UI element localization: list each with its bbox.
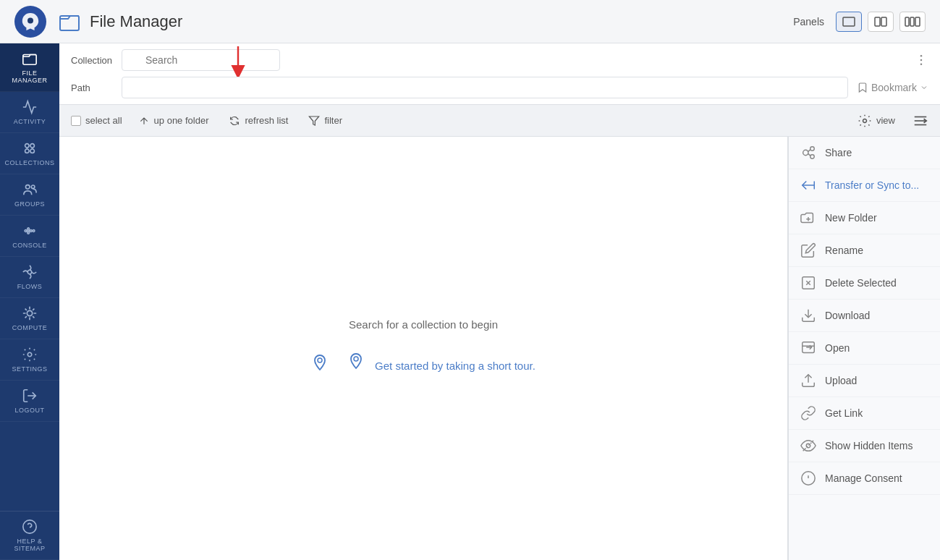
panel-menu-upload[interactable]: Upload bbox=[789, 365, 940, 397]
collection-bar: Collection Path bbox=[59, 43, 940, 105]
share-icon bbox=[800, 145, 816, 161]
svg-point-15 bbox=[25, 230, 27, 232]
single-panel-button[interactable] bbox=[836, 12, 862, 32]
triple-panel-button[interactable] bbox=[899, 12, 926, 32]
svg-rect-4 bbox=[881, 17, 886, 26]
tour-link[interactable]: Get started by taking a short tour. bbox=[375, 360, 535, 372]
show-hidden-icon bbox=[800, 438, 816, 454]
sidebar-label-logout: LOGOUT bbox=[14, 407, 44, 414]
svg-rect-3 bbox=[875, 17, 880, 26]
sidebar-label-help: HELP & SITEMAP bbox=[4, 538, 56, 552]
path-row: Path Bookmark bbox=[71, 77, 928, 98]
svg-point-21 bbox=[27, 270, 32, 274]
panels-label: Panels bbox=[793, 16, 824, 27]
filter-button[interactable]: filter bbox=[304, 112, 347, 130]
file-and-panel: Search for a collection to begin Get bbox=[59, 137, 940, 560]
sidebar-item-settings[interactable]: SETTINGS bbox=[0, 339, 59, 381]
rename-icon bbox=[800, 242, 816, 258]
download-icon bbox=[800, 307, 816, 323]
refresh-list-label: refresh list bbox=[245, 115, 288, 126]
content-area: Collection Path bbox=[59, 43, 940, 560]
svg-rect-6 bbox=[910, 17, 914, 26]
svg-point-10 bbox=[30, 144, 34, 148]
filter-label: filter bbox=[324, 115, 342, 126]
panel-menu-delete-selected[interactable]: Delete Selected bbox=[789, 267, 940, 300]
svg-point-13 bbox=[26, 185, 30, 190]
svg-point-12 bbox=[30, 149, 34, 153]
view-label: view bbox=[876, 115, 895, 126]
sidebar-item-file-manager[interactable]: FILE MANAGER bbox=[0, 43, 59, 92]
svg-rect-2 bbox=[843, 17, 855, 26]
svg-point-30 bbox=[920, 59, 923, 61]
svg-point-22 bbox=[27, 310, 32, 315]
rename-label: Rename bbox=[825, 245, 863, 256]
svg-point-9 bbox=[25, 144, 30, 148]
panel-menu-show-hidden[interactable]: Show Hidden Items bbox=[789, 430, 940, 462]
select-all-button[interactable]: select all bbox=[71, 115, 122, 126]
panel-menu-download[interactable]: Download bbox=[789, 300, 940, 332]
panel-menu-manage-consent[interactable]: Manage Consent bbox=[789, 462, 940, 495]
collection-label: Collection bbox=[71, 55, 122, 66]
svg-point-40 bbox=[803, 150, 808, 155]
panel-menu-new-folder[interactable]: New Folder bbox=[789, 202, 940, 234]
panel-menu-transfer-sync[interactable]: Transfer or Sync to... bbox=[789, 169, 940, 202]
sidebar-item-activity[interactable]: ACTIVITY bbox=[0, 92, 59, 133]
open-icon bbox=[800, 340, 816, 356]
sidebar-item-groups[interactable]: GROUPS bbox=[0, 174, 59, 216]
svg-rect-5 bbox=[905, 17, 909, 26]
sidebar-item-help[interactable]: HELP & SITEMAP bbox=[0, 511, 59, 560]
panel-menu-get-link[interactable]: Get Link bbox=[789, 397, 940, 430]
collection-search-input[interactable] bbox=[122, 49, 280, 71]
refresh-list-button[interactable]: refresh list bbox=[224, 112, 292, 130]
sidebar-item-logout[interactable]: LOGOUT bbox=[0, 381, 59, 422]
svg-point-31 bbox=[920, 64, 923, 66]
more-options-button[interactable] bbox=[914, 53, 928, 67]
sidebar-label-collections: COLLECTIONS bbox=[4, 159, 54, 166]
svg-point-25 bbox=[23, 520, 36, 533]
panels-section: Panels bbox=[793, 12, 926, 32]
sidebar-item-flows[interactable]: FLOWS bbox=[0, 257, 59, 298]
search-wrapper bbox=[122, 49, 905, 71]
collapse-panel-button[interactable] bbox=[913, 113, 928, 129]
manage-consent-icon bbox=[800, 470, 816, 486]
logo[interactable] bbox=[14, 6, 46, 38]
bookmark-label: Bookmark bbox=[871, 82, 917, 93]
svg-point-11 bbox=[25, 149, 30, 153]
delete-icon bbox=[800, 275, 816, 291]
sidebar-item-collections[interactable]: COLLECTIONS bbox=[0, 133, 59, 174]
view-button[interactable]: view bbox=[858, 114, 895, 128]
select-all-checkbox[interactable] bbox=[71, 116, 81, 126]
up-one-folder-label: up one folder bbox=[154, 115, 209, 126]
sidebar-item-console[interactable]: CONSOLE bbox=[0, 216, 59, 257]
bookmark-button[interactable]: Bookmark bbox=[857, 81, 928, 94]
sidebar-label-flows: FLOWS bbox=[17, 283, 43, 290]
sidebar-label-file-manager: FILE MANAGER bbox=[4, 69, 56, 84]
svg-point-38 bbox=[318, 358, 322, 362]
svg-point-23 bbox=[27, 352, 32, 357]
svg-point-17 bbox=[30, 230, 32, 232]
svg-point-29 bbox=[920, 55, 923, 57]
path-input[interactable] bbox=[122, 77, 848, 98]
svg-point-34 bbox=[863, 119, 866, 122]
panel-menu-share[interactable]: Share bbox=[789, 137, 940, 169]
page-title: File Manager bbox=[90, 12, 793, 31]
upload-icon bbox=[800, 373, 816, 389]
svg-point-20 bbox=[27, 230, 30, 232]
up-one-folder-button[interactable]: up one folder bbox=[134, 112, 213, 130]
collection-row: Collection bbox=[71, 49, 928, 71]
svg-point-42 bbox=[810, 155, 815, 159]
svg-point-41 bbox=[810, 147, 815, 151]
upload-label: Upload bbox=[825, 375, 857, 386]
empty-message: Search for a collection to begin bbox=[349, 318, 498, 331]
file-manager-icon bbox=[58, 10, 81, 33]
dual-panel-button[interactable] bbox=[868, 12, 894, 32]
sidebar-label-activity: ACTIVITY bbox=[14, 118, 46, 125]
panel-menu-open[interactable]: Open bbox=[789, 332, 940, 365]
new-folder-label: New Folder bbox=[825, 212, 877, 224]
new-folder-icon bbox=[800, 210, 816, 226]
panel-menu-rename[interactable]: Rename bbox=[789, 234, 940, 267]
download-label: Download bbox=[825, 310, 870, 321]
sidebar-item-compute[interactable]: COMPUTE bbox=[0, 298, 59, 339]
top-header: File Manager Panels bbox=[0, 0, 940, 43]
sidebar-label-settings: SETTINGS bbox=[12, 365, 47, 373]
